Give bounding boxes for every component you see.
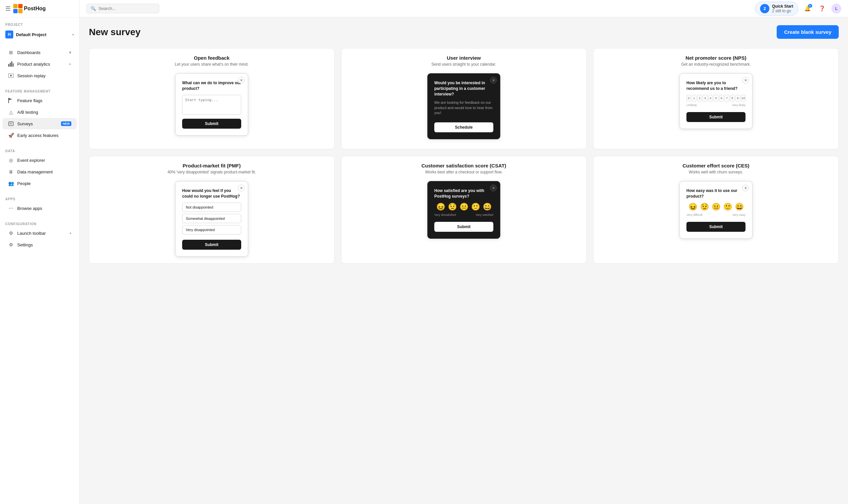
- browse-apps-icon: ⋯: [8, 205, 14, 211]
- config-section-label: CONFIGURATION: [0, 219, 79, 227]
- avatar[interactable]: L: [831, 4, 841, 14]
- project-name: Default Project: [16, 32, 70, 37]
- sidebar-item-people[interactable]: 👥 People: [3, 178, 77, 189]
- chevron-down-icon: ▾: [69, 50, 71, 55]
- sidebar-item-event-explorer[interactable]: ◎ Event explorer: [3, 155, 77, 166]
- widget-textarea[interactable]: [182, 95, 241, 115]
- survey-card-csat[interactable]: Customer satisfaction score (CSAT) Works…: [341, 156, 586, 264]
- quick-start-button[interactable]: 2 Quick Start 2 still to go: [755, 2, 798, 16]
- notifications-button[interactable]: 🔔 0: [802, 3, 813, 14]
- nps-option[interactable]: 3: [703, 95, 707, 102]
- widget-question: How likely are you to recommend us to a …: [686, 80, 745, 91]
- project-selector[interactable]: H Default Project ▾: [0, 28, 79, 41]
- card-description: Let your users share what's on their min…: [96, 62, 328, 67]
- card-description: Send users straight to your calendar.: [348, 62, 580, 67]
- main-wrapper: 🔍 2 Quick Start 2 still to go 🔔 0 ❓ L Ne…: [80, 0, 848, 504]
- nps-option[interactable]: 5: [714, 95, 718, 102]
- pmf-options: Not disappointed Somewhat disappointed V…: [182, 203, 241, 234]
- nps-option[interactable]: 2: [697, 95, 702, 102]
- sidebar-item-browse-apps[interactable]: ⋯ Browse apps: [3, 203, 77, 214]
- sidebar-item-label: Surveys: [17, 121, 58, 126]
- nps-label-right: Very likely: [732, 104, 745, 107]
- emoji-difficult[interactable]: 😟: [700, 203, 709, 211]
- create-blank-survey-button[interactable]: Create blank survey: [777, 25, 839, 39]
- widget-submit-button[interactable]: Submit: [434, 222, 493, 232]
- widget-submit-button[interactable]: Submit: [182, 240, 241, 250]
- nps-option[interactable]: 8: [730, 95, 735, 102]
- nps-option[interactable]: 10: [741, 95, 745, 102]
- widget-question: How easy was it to use our product?: [686, 188, 745, 199]
- open-feedback-widget: ✕ What can we do to improve our product?…: [175, 73, 248, 136]
- launch-toolbar-icon: ⚙: [8, 230, 14, 236]
- sidebar-item-label: People: [17, 181, 71, 186]
- close-icon[interactable]: ✕: [742, 185, 749, 191]
- card-description: Works well with churn surveys.: [600, 170, 832, 175]
- survey-card-open-feedback[interactable]: Open feedback Let your users share what'…: [89, 48, 334, 149]
- csat-label-left: Very dissatisfied: [434, 213, 456, 217]
- search-box[interactable]: 🔍: [86, 4, 159, 13]
- emoji-very-difficult[interactable]: 😖: [688, 203, 697, 211]
- survey-card-user-interview[interactable]: User interview Send users straight to yo…: [341, 48, 586, 149]
- close-icon[interactable]: ✕: [742, 77, 749, 84]
- nps-option[interactable]: 1: [692, 95, 696, 102]
- sidebar-item-settings[interactable]: ⚙ Settings: [3, 239, 77, 250]
- close-icon[interactable]: ✕: [490, 77, 497, 84]
- sidebar-item-surveys[interactable]: Surveys NEW: [3, 118, 77, 129]
- sidebar-item-launch-toolbar[interactable]: ⚙ Launch toolbar ▾: [3, 228, 77, 239]
- card-header: Customer satisfaction score (CSAT) Works…: [341, 156, 586, 177]
- search-input[interactable]: [99, 6, 155, 11]
- project-section-label: PROJECT: [0, 20, 79, 28]
- survey-card-pmf[interactable]: Product-market fit (PMF) 40% 'very disap…: [89, 156, 334, 264]
- emoji-very-dissatisfied[interactable]: 😖: [436, 203, 445, 211]
- sidebar-item-dashboards[interactable]: ⊞ Dashboards ▾: [3, 47, 77, 58]
- event-explorer-icon: ◎: [8, 157, 14, 163]
- surveys-icon: [8, 121, 14, 127]
- pmf-option-not-disappointed[interactable]: Not disappointed: [182, 203, 241, 212]
- close-icon[interactable]: ✕: [490, 185, 497, 191]
- emoji-easy[interactable]: 🙂: [723, 203, 732, 211]
- widget-schedule-button[interactable]: Schedule: [434, 122, 493, 132]
- sidebar-item-early-access[interactable]: 🚀 Early access features: [3, 130, 77, 141]
- quick-start-title: Quick Start: [772, 4, 793, 8]
- ces-label-left: Very difficult: [686, 213, 702, 217]
- sidebar-item-product-analytics[interactable]: Product analytics +: [3, 58, 77, 70]
- survey-card-ces[interactable]: Customer effort score (CES) Works well w…: [593, 156, 839, 264]
- ces-label-right: Very easy: [732, 213, 745, 217]
- ces-widget: ✕ How easy was it to use our product? 😖 …: [679, 181, 753, 239]
- emoji-satisfied[interactable]: 🙂: [471, 203, 480, 211]
- close-icon[interactable]: ✕: [238, 77, 245, 84]
- plus-icon[interactable]: +: [69, 61, 71, 67]
- sidebar-item-data-management[interactable]: 🖥 Data management: [3, 166, 77, 177]
- survey-card-nps[interactable]: Net promoter score (NPS) Get an industry…: [593, 48, 839, 149]
- session-replay-icon: [8, 73, 14, 78]
- card-header: Net promoter score (NPS) Get an industry…: [594, 49, 838, 69]
- page-header: New survey Create blank survey: [89, 25, 839, 39]
- emoji-neutral[interactable]: 😐: [459, 203, 469, 211]
- chevron-down-icon: ▾: [72, 33, 74, 36]
- nps-option[interactable]: 0: [686, 95, 691, 102]
- hamburger-icon[interactable]: ☰: [5, 5, 11, 12]
- widget-submit-button[interactable]: Submit: [182, 119, 241, 129]
- nps-option[interactable]: 4: [708, 95, 713, 102]
- sidebar-item-session-replay[interactable]: Session replay: [3, 70, 77, 81]
- page-title: New survey: [89, 27, 141, 37]
- svg-rect-1: [18, 4, 22, 8]
- nps-option[interactable]: 9: [736, 95, 740, 102]
- close-icon[interactable]: ✕: [238, 185, 245, 191]
- emoji-very-satisfied[interactable]: 😄: [483, 203, 492, 211]
- emoji-neutral[interactable]: 😐: [712, 203, 721, 211]
- logo-text: PostHog: [24, 6, 46, 12]
- emoji-dissatisfied[interactable]: 😟: [448, 203, 457, 211]
- pmf-option-very-disappointed[interactable]: Very disappointed: [182, 225, 241, 234]
- sidebar-item-ab-testing[interactable]: △ A/B testing: [3, 106, 77, 118]
- widget-submit-button[interactable]: Submit: [686, 222, 745, 232]
- help-button[interactable]: ❓: [817, 3, 827, 14]
- card-preview: ✕ How would you feel if you could no lon…: [89, 177, 334, 263]
- pmf-option-somewhat-disappointed[interactable]: Somewhat disappointed: [182, 214, 241, 223]
- nps-option[interactable]: 7: [725, 95, 729, 102]
- emoji-very-easy[interactable]: 😄: [735, 203, 744, 211]
- nps-option[interactable]: 6: [719, 95, 724, 102]
- widget-submit-button[interactable]: Submit: [686, 112, 745, 122]
- product-analytics-icon: [8, 61, 14, 67]
- sidebar-item-feature-flags[interactable]: Feature flags: [3, 95, 77, 106]
